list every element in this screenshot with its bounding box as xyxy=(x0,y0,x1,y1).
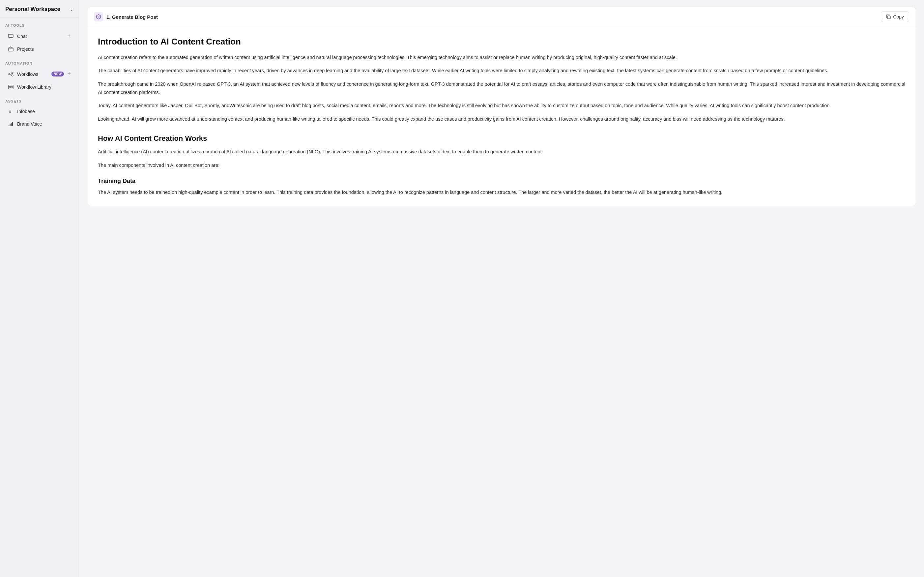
blog-heading-1: Introduction to AI Content Creation xyxy=(98,36,905,47)
add-chat-button[interactable]: + xyxy=(67,33,71,40)
copy-button[interactable]: Copy xyxy=(881,11,909,22)
workflow-library-label: Workflow Library xyxy=(17,84,71,90)
blog-para-5: Looking ahead, AI will grow more advance… xyxy=(98,115,905,123)
blog-post-card: 1. Generate Blog Post Copy Introduction … xyxy=(87,6,916,206)
svg-point-3 xyxy=(12,72,13,74)
blog-para-2: The capabilities of AI content generator… xyxy=(98,67,905,75)
projects-icon xyxy=(8,46,14,52)
brand-voice-icon xyxy=(8,121,14,127)
card-title: 1. Generate Blog Post xyxy=(106,14,158,20)
card-header: 1. Generate Blog Post Copy xyxy=(87,7,916,27)
sidebar-item-projects[interactable]: Projects xyxy=(3,43,76,55)
svg-rect-6 xyxy=(9,87,11,89)
blog-para-4: Today, AI content generators like Jasper… xyxy=(98,102,905,110)
svg-rect-1 xyxy=(8,48,13,51)
blog-para-3: The breakthrough came in 2020 when OpenA… xyxy=(98,80,905,96)
main-content: 1. Generate Blog Post Copy Introduction … xyxy=(79,0,924,577)
section-label-automation: AUTOMATION xyxy=(0,55,79,67)
sidebar-item-chat[interactable]: Chat + xyxy=(3,30,76,42)
sidebar-item-brand-voice[interactable]: Brand Voice xyxy=(3,118,76,130)
sidebar-item-workflows[interactable]: Workflows NEW + xyxy=(3,68,76,81)
workspace-title: Personal Workspace xyxy=(5,6,60,13)
blog-para-7: The main components involved in AI conte… xyxy=(98,161,905,169)
svg-rect-9 xyxy=(8,125,10,126)
copy-icon xyxy=(886,15,891,19)
blog-heading-2: How AI Content Creation Works xyxy=(98,134,905,143)
svg-rect-13 xyxy=(887,16,890,19)
step-icon xyxy=(94,12,103,21)
chat-label: Chat xyxy=(17,34,64,39)
chevron-down-icon[interactable]: ⌄ xyxy=(69,6,74,12)
sidebar-item-workflow-library[interactable]: Workflow Library xyxy=(3,81,76,93)
svg-rect-7 xyxy=(11,87,13,89)
blog-para-6: Artificial intelligence (AI) content cre… xyxy=(98,148,905,156)
infobase-label: Infobase xyxy=(17,109,71,114)
section-label-ai-tools: AI TOOLS xyxy=(0,18,79,29)
chat-icon xyxy=(8,33,14,39)
infobase-icon: # xyxy=(8,108,14,114)
blog-para-1: AI content creation refers to the automa… xyxy=(98,53,905,62)
section-label-assets: ASSETS xyxy=(0,93,79,105)
workspace-header[interactable]: Personal Workspace ⌄ xyxy=(0,0,79,18)
blog-para-8: The AI system needs to be trained on hig… xyxy=(98,188,905,197)
card-header-left: 1. Generate Blog Post xyxy=(94,12,158,21)
projects-label: Projects xyxy=(17,47,71,52)
svg-rect-10 xyxy=(10,124,11,126)
sidebar-item-infobase[interactable]: # Infobase xyxy=(3,105,76,118)
svg-text:#: # xyxy=(9,109,11,114)
svg-rect-11 xyxy=(11,122,12,126)
svg-point-4 xyxy=(12,75,13,76)
svg-rect-12 xyxy=(12,122,13,126)
workflows-label: Workflows xyxy=(17,71,48,77)
workflows-icon xyxy=(8,71,14,77)
brand-voice-label: Brand Voice xyxy=(17,121,71,127)
add-workflow-button[interactable]: + xyxy=(67,71,71,77)
blog-heading-3: Training Data xyxy=(98,177,905,185)
workflows-new-badge: NEW xyxy=(51,71,64,76)
card-body: Introduction to AI Content Creation AI c… xyxy=(87,27,916,206)
workflow-library-icon xyxy=(8,84,14,90)
sidebar: Personal Workspace ⌄ AI TOOLS Chat + Pro… xyxy=(0,0,79,577)
